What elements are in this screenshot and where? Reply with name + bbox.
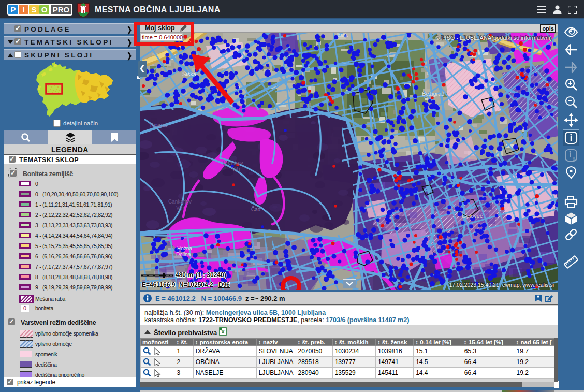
svg-text:Dolina: Dolina bbox=[176, 252, 191, 257]
svg-text:Čad: Čad bbox=[251, 206, 260, 212]
svg-text:g: g bbox=[573, 155, 575, 161]
svg-text:Cankarjev: Cankarjev bbox=[168, 199, 192, 205]
svg-text:Golovec: Golovec bbox=[462, 213, 483, 219]
svg-text:Koseze: Koseze bbox=[150, 122, 168, 128]
svg-text:x: x bbox=[221, 328, 225, 335]
svg-text:dana: dana bbox=[338, 33, 348, 38]
svg-text:Drenikov: Drenikov bbox=[223, 160, 243, 166]
svg-text:Rožna: Rožna bbox=[177, 245, 192, 251]
svg-text:Vrh: Vrh bbox=[176, 205, 184, 211]
svg-text:Bežigrad: Bežigrad bbox=[422, 91, 444, 97]
svg-text:Vrh: Vrh bbox=[232, 166, 240, 172]
